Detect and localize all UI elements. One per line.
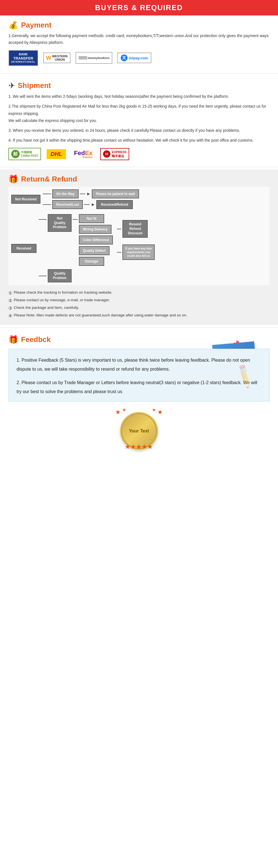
note-text-2: Please contact us by meesage, e-mail, or… — [14, 297, 110, 304]
shipment-title-row: ✈ Shipment — [8, 81, 270, 90]
note-num-1: ① — [8, 289, 12, 297]
lower-branch: Received NotQualityProblem Not fit Wrong… — [11, 214, 267, 282]
feedback-heading: Feedbck — [21, 335, 51, 344]
return-notes: ① Please check the tracking in formation… — [8, 289, 270, 319]
note-num-4: ④ — [8, 312, 12, 319]
award-badge: Your Text ★★★★★ — [121, 413, 157, 449]
resend-refund-node: ResendRefundDiscount — [123, 220, 148, 238]
shipment-heading: Shipment — [18, 81, 51, 90]
not-received-node: Not Received — [11, 195, 40, 204]
return-note-3: ③ Check the package and Item, carefully. — [8, 304, 270, 312]
western-union-logo: W WESTERNUNION — [43, 53, 70, 63]
fedex-logo: FedEx Express — [72, 148, 95, 160]
note-num-2: ② — [8, 297, 12, 304]
payment-icon: 💰 — [8, 21, 18, 30]
feedback-wrapper: 📌 Feedback 1. Positive Feedback (5 Stars… — [8, 349, 270, 402]
sf-text: EXPRESS顺丰速运 — [112, 150, 126, 158]
dhl-logo: DHL — [47, 149, 66, 159]
damage-node: Damage — [79, 257, 104, 266]
quality-defect-node: Quality Defect — [79, 246, 109, 255]
moneybookers-logo: ≡≡≡ moneybookers — [75, 52, 113, 64]
return-heading: Return& Refund — [21, 175, 77, 184]
shipment-point-4: 4. If you have not got it within the shi… — [8, 137, 270, 144]
sf-badge: SF — [103, 150, 110, 158]
chinapost-logo: 邮 中国邮政CHINA POST — [8, 148, 41, 160]
page-title: BUYERS & REQUIRED — [0, 3, 278, 12]
alipay-text: Alipay.com — [129, 56, 148, 60]
payment-section: 💰 Payment 1.Generally, we accept the fol… — [0, 16, 278, 71]
return-icon: 🎁 — [8, 175, 18, 184]
not-fit-node: Not fit — [79, 214, 104, 223]
return-note-4: ④ Please Note: Men made defects are not … — [8, 312, 270, 319]
badge-stars: ★★★★★ — [125, 443, 153, 450]
shipment-content: 1. We will sent the items within 2-5days… — [8, 93, 270, 160]
shipment-icon: ✈ — [8, 81, 15, 90]
note-text-1: Please check the tracking in formation o… — [14, 289, 112, 297]
payment-text: 1.Generally, we accept the following pay… — [8, 33, 270, 46]
else-requirements-node: If you have any elserequirements youcoul… — [123, 245, 155, 260]
flowchart-area: Not Received On the Way ► Please be pati… — [8, 187, 270, 285]
not-quality-node: NotQualityProblem — [48, 214, 72, 232]
chinapost-text: 中国邮政CHINA POST — [21, 150, 38, 158]
page-header: BUYERS & REQUIRED — [0, 0, 278, 16]
return-note-2: ② Please contact us by meesage, e-mail, … — [8, 297, 270, 304]
badge-text: Your Text — [129, 429, 149, 434]
bank-transfer-logo: BANKTRANSFER INTERNATIONAL — [8, 50, 38, 66]
on-the-way-node: On the Way — [52, 189, 79, 198]
note-text-4: Please Note: Men made defects are not gu… — [14, 312, 187, 319]
feedback-point-1: 1. Positive Feedback (5 Stars) is very i… — [16, 356, 262, 374]
return-section: 🎁 Return& Refund Not Received On the Way… — [0, 169, 278, 325]
note-text-3: Check the package and Item, carefully. — [14, 304, 79, 312]
wrong-delivery-node: Wrong Delivery — [79, 225, 111, 234]
payment-logos: BANKTRANSFER INTERNATIONAL W WESTERNUNIO… — [8, 50, 270, 66]
received-node: Received — [11, 244, 36, 253]
patient-wait-node: Please be patient to wait — [92, 189, 139, 198]
sf-logo: SF EXPRESS顺丰速运 — [100, 148, 129, 160]
shipment-point-1: 1. We will sent the items within 2-5days… — [8, 93, 270, 100]
chinapost-icon: 邮 — [11, 150, 20, 158]
payment-title-row: 💰 Payment — [8, 21, 270, 30]
shipment-logos: 邮 中国邮政CHINA POST DHL FedEx Express SF EX… — [8, 148, 270, 160]
shipment-point-3: 3. When you receive the items you ordere… — [8, 127, 270, 134]
color-diff-node: Color Difference — [79, 236, 113, 245]
return-title-row: 🎁 Return& Refund — [8, 175, 270, 184]
feedback-section: 🎁 Feedbck 📌 Feedback 1. Positive Feedbac… — [0, 330, 278, 458]
return-note-1: ① Please check the tracking in formation… — [8, 289, 270, 297]
quality-problem-node: QualityProblem — [48, 269, 72, 282]
feedback-point-2: 2. Please contact us by Trade Manager or… — [16, 378, 262, 396]
feedback-icon: 🎁 — [8, 335, 18, 344]
alipay-logo: 支 Alipay.com — [117, 53, 151, 63]
award-badge-area: ★ ★ ★ ★ Your Text ★★★★★ — [8, 407, 270, 455]
upper-branch: Not Received On the Way ► Please be pati… — [11, 189, 267, 210]
received-lost-node: Received/Lost — [52, 200, 83, 209]
shipment-section: ✈ Shipment 1. We will sent the items wit… — [0, 76, 278, 165]
note-num-3: ③ — [8, 304, 12, 312]
shipment-point-2: 2.The shipment by China Post Registered … — [8, 103, 270, 124]
received-refund-node: Received/Refund — [96, 200, 133, 209]
alipay-icon: 支 — [121, 55, 128, 61]
feedback-card: 1. Positive Feedback (5 Stars) is very i… — [8, 349, 270, 402]
payment-heading: Payment — [21, 21, 51, 30]
